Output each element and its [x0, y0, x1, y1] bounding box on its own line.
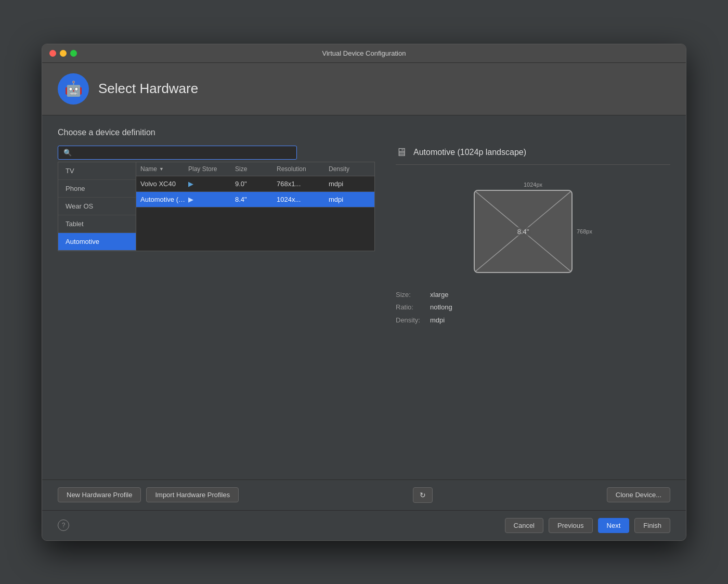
next-button[interactable]: Next: [598, 518, 630, 533]
footer-left: ?: [58, 520, 69, 531]
category-item-wearos[interactable]: Wear OS: [58, 198, 136, 215]
table-row[interactable]: Automotive (1024p la... ▶ 8.4" 1024x... …: [136, 192, 374, 207]
row-resolution: 1024x...: [277, 196, 329, 203]
spec-size-label: Size:: [396, 289, 427, 302]
device-preview-header: 🖥 Automotive (1024p landscape): [396, 146, 670, 165]
sort-arrow-icon: ▼: [159, 166, 164, 172]
middle-section: TV Phone Wear OS Tablet Automotive Name …: [58, 162, 375, 251]
new-hardware-profile-button[interactable]: New Hardware Profile: [58, 487, 141, 502]
spec-ratio-value: notlong: [430, 301, 452, 314]
col-name[interactable]: Name ▼: [140, 165, 188, 173]
title-bar: Virtual Device Configuration: [42, 44, 686, 63]
row-size: 8.4": [235, 196, 277, 203]
device-preview-title: Automotive (1024p landscape): [413, 148, 526, 157]
traffic-lights: [49, 50, 77, 57]
spec-size-value: xlarge: [430, 289, 448, 302]
device-specs: Size: xlarge Ratio: notlong Density: mdp…: [396, 289, 670, 327]
category-item-tablet[interactable]: Tablet: [58, 215, 136, 233]
spec-ratio: Ratio: notlong: [396, 301, 670, 314]
device-diagram-wrapper: 1024px 8.4" 7: [396, 171, 670, 278]
close-button[interactable]: [49, 50, 56, 57]
page-header: 🤖 Select Hardware: [42, 63, 686, 115]
diagonal-label: 8.4": [516, 227, 531, 236]
main-area: TV Phone Wear OS Tablet Automotive Name …: [58, 146, 670, 327]
spec-size: Size: xlarge: [396, 289, 670, 302]
height-label: 768px: [577, 228, 592, 235]
col-density: Density: [329, 165, 370, 173]
finish-button[interactable]: Finish: [634, 518, 670, 533]
android-icon: 🤖: [64, 80, 83, 97]
category-item-phone[interactable]: Phone: [58, 180, 136, 198]
search-input[interactable]: [58, 146, 297, 160]
row-density: mdpi: [329, 196, 370, 203]
left-panel: TV Phone Wear OS Tablet Automotive Name …: [58, 146, 375, 327]
cancel-button[interactable]: Cancel: [505, 518, 543, 533]
search-bar-wrapper: [58, 146, 375, 162]
col-size: Size: [235, 165, 277, 173]
bottom-bar: New Hardware Profile Import Hardware Pro…: [42, 479, 686, 510]
device-type-icon: 🖥: [396, 146, 407, 159]
refresh-button[interactable]: ↻: [413, 487, 433, 503]
spec-density-label: Density:: [396, 314, 427, 327]
right-panel: 🖥 Automotive (1024p landscape) 1024px: [385, 146, 670, 327]
clone-device-button[interactable]: Clone Device...: [607, 487, 670, 502]
spec-density: Density: mdpi: [396, 314, 670, 327]
category-list: TV Phone Wear OS Tablet Automotive: [58, 162, 136, 251]
width-label: 1024px: [524, 181, 542, 188]
diagram-row: 8.4" 768px: [474, 190, 592, 273]
footer: ? Cancel Previous Next Finish: [42, 510, 686, 540]
app-window: Virtual Device Configuration 🤖 Select Ha…: [42, 44, 686, 541]
row-playstore-icon: ▶: [188, 196, 235, 203]
header-icon: 🤖: [58, 73, 89, 105]
previous-button[interactable]: Previous: [549, 518, 593, 533]
help-button[interactable]: ?: [58, 520, 69, 531]
table-header: Name ▼ Play Store Size Resolution Densit…: [136, 162, 374, 176]
help-icon: ?: [62, 522, 66, 529]
import-hardware-profiles-button[interactable]: Import Hardware Profiles: [146, 487, 239, 502]
row-resolution: 768x1...: [277, 180, 329, 188]
content-area: Choose a device definition TV Phone Wear…: [42, 115, 686, 479]
page-title: Select Hardware: [98, 81, 198, 97]
device-diagram: 1024px 8.4" 7: [474, 181, 592, 273]
spec-ratio-label: Ratio:: [396, 301, 427, 314]
row-name: Volvo XC40: [140, 180, 188, 188]
spec-density-value: mdpi: [430, 314, 445, 327]
row-density: mdpi: [329, 180, 370, 188]
row-name: Automotive (1024p la...: [140, 196, 188, 203]
maximize-button[interactable]: [70, 50, 77, 57]
col-resolution: Resolution: [277, 165, 329, 173]
table-row[interactable]: Volvo XC40 ▶ 9.0" 768x1... mdpi: [136, 176, 374, 192]
window-title: Virtual Device Configuration: [322, 49, 406, 57]
section-title: Choose a device definition: [58, 128, 670, 137]
row-size: 9.0": [235, 180, 277, 188]
device-rect: 8.4": [474, 190, 573, 273]
refresh-icon: ↻: [420, 491, 426, 499]
category-item-automotive[interactable]: Automotive: [58, 233, 136, 251]
minimize-button[interactable]: [60, 50, 67, 57]
footer-right: Cancel Previous Next Finish: [505, 518, 670, 533]
col-playstore: Play Store: [188, 165, 235, 173]
category-item-tv[interactable]: TV: [58, 162, 136, 180]
row-playstore-icon: ▶: [188, 180, 235, 188]
device-table: Name ▼ Play Store Size Resolution Densit…: [136, 162, 375, 251]
